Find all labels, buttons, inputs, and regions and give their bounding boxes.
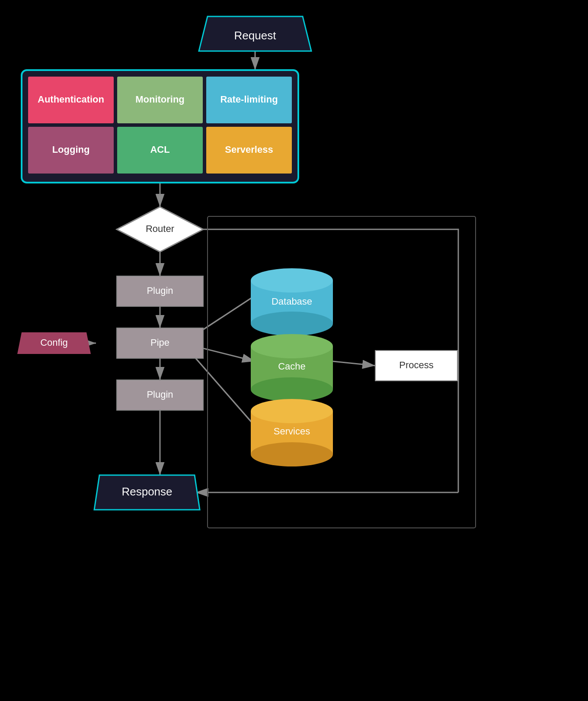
pipe-label: Pipe <box>150 337 169 348</box>
pipe-rect: Pipe <box>117 328 203 358</box>
svg-point-29 <box>251 268 333 293</box>
plugin2-label: Plugin <box>147 389 173 400</box>
process-label: Process <box>399 360 433 370</box>
cell-rate-label: Rate-limiting <box>220 94 278 105</box>
cache-label: Cache <box>278 361 306 372</box>
diagram-container: Request Authentication Monitoring Rate-l… <box>0 0 588 701</box>
plugin2-rect: Plugin <box>117 380 203 410</box>
router-diamond: Router <box>117 207 203 252</box>
svg-point-32 <box>251 334 333 358</box>
request-label: Request <box>234 29 277 42</box>
database-label: Database <box>272 296 312 307</box>
gateway-box: Authentication Monitoring Rate-limiting … <box>22 70 298 183</box>
plugin1-label: Plugin <box>147 285 173 296</box>
router-label: Router <box>146 223 174 234</box>
cell-acl-label: ACL <box>150 144 169 155</box>
database-cylinder: Database <box>251 268 333 336</box>
response-label: Response <box>121 485 172 498</box>
config-label: Config <box>40 337 68 348</box>
cell-serverless-label: Serverless <box>225 144 273 155</box>
response-shape: Response <box>94 475 200 510</box>
services-cylinder: Services <box>251 399 333 466</box>
services-label: Services <box>274 426 310 437</box>
svg-line-13 <box>333 361 375 366</box>
svg-point-36 <box>251 442 333 466</box>
svg-point-30 <box>251 312 333 336</box>
request-shape: Request <box>199 16 311 51</box>
plugin1-rect: Plugin <box>117 276 203 306</box>
process-rect: Process <box>375 350 457 381</box>
main-svg: Request Authentication Monitoring Rate-l… <box>0 0 588 701</box>
cell-monitoring-label: Monitoring <box>135 94 185 105</box>
cell-auth-label: Authentication <box>38 94 104 105</box>
cache-cylinder: Cache <box>251 334 333 402</box>
cell-logging-label: Logging <box>52 144 90 155</box>
svg-point-33 <box>251 377 333 402</box>
config-shape: Config <box>17 332 91 354</box>
svg-point-35 <box>251 399 333 423</box>
